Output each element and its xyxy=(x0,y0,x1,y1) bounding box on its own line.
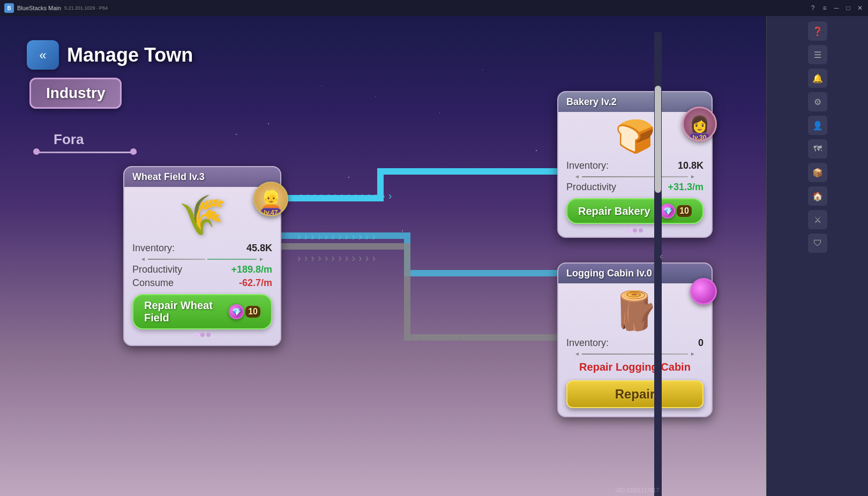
chevron-m10: › xyxy=(358,230,362,243)
sidebar-icon-9[interactable]: ⚔ xyxy=(808,210,827,229)
repair-logging-label: Repair xyxy=(615,387,655,401)
gray-chev-b9: › xyxy=(461,330,465,343)
bakery-char-face: 👩 xyxy=(690,115,709,133)
logging-card-header: Logging Cabin lv.0 xyxy=(558,264,712,283)
bakery-inv-line xyxy=(582,176,688,177)
chevron-m4: › xyxy=(318,230,321,243)
logging-gem-decoration xyxy=(690,278,717,305)
logging-inventory-bar: ◄ ► xyxy=(566,351,704,357)
productivity-label: Productivity xyxy=(132,264,182,275)
sidebar-icon-6[interactable]: 🗺 xyxy=(808,139,827,159)
gray-chev-b1: › xyxy=(407,330,411,343)
sidebar-icon-5[interactable]: 👤 xyxy=(808,116,827,135)
page-title: Manage Town xyxy=(67,44,193,66)
chevron-5: › xyxy=(327,190,331,202)
menu-button[interactable]: ≡ xyxy=(821,4,828,12)
help-button[interactable]: ? xyxy=(809,4,817,12)
sidebar-icon-10[interactable]: 🛡 xyxy=(808,234,827,253)
app-logo: B xyxy=(4,3,14,13)
page-title-area: « Manage Town xyxy=(27,40,193,70)
repair-bakery-label: Repair Bakery xyxy=(578,205,650,217)
logging-inv-arrow-left: ◄ xyxy=(574,351,580,357)
bakery-character-avatar[interactable]: 👩 lv.30 xyxy=(682,107,717,141)
character-face-icon: 👱 xyxy=(260,189,282,209)
bakery-inventory-label: Inventory: xyxy=(566,160,609,171)
bakery-productivity-value: +31.3/m xyxy=(668,182,704,193)
minimize-button[interactable]: ─ xyxy=(833,4,840,12)
bakery-card-body: 👩 lv.30 🍞 Inventory: 10.8K ◄ ► Productiv… xyxy=(558,112,712,232)
right-sidebar: ❓ ☰ 🔔 ⚙ 👤 🗺 📦 🏠 ⚔ 🛡 xyxy=(766,16,868,496)
sidebar-icon-2[interactable]: ☰ xyxy=(808,45,827,64)
consume-row: Consume -62.7/m xyxy=(132,277,272,289)
gray-chev-b6: › xyxy=(441,330,445,343)
repair-dots xyxy=(124,333,280,337)
gray-chev-9: › xyxy=(351,252,355,264)
wheat-stats: Inventory: 45.8K ◄ ► Productivity +189.8… xyxy=(124,243,280,289)
maximize-button[interactable]: □ xyxy=(844,4,852,12)
logging-stats: Inventory: 0 ◄ ► xyxy=(558,337,712,357)
chevron-13: › xyxy=(381,190,385,202)
sidebar-icon-8[interactable]: 🏠 xyxy=(808,186,827,206)
repair-wheat-button[interactable]: Repair Wheat Field 💎 10 xyxy=(132,294,272,329)
bakery-inv-arrow-right: ► xyxy=(690,174,695,179)
repair-logging-button[interactable]: Repair xyxy=(566,380,704,408)
chevron-10: › xyxy=(361,190,365,202)
gray-chev-8: › xyxy=(345,252,349,264)
industry-tab-label: Industry xyxy=(46,85,105,101)
consume-label: Consume xyxy=(132,277,174,289)
bakery-productivity-row: Productivity +31.3/m xyxy=(566,182,704,193)
back-button[interactable]: « xyxy=(27,40,59,70)
wheat-card-body: 👱 lv.47 🌾 Inventory: 45.8K ◄ ► Produc xyxy=(124,187,280,337)
repair-wheat-gem-badge: 💎 10 xyxy=(229,304,260,319)
inv-arrow-right: ► xyxy=(259,256,264,262)
bakery-stats: Inventory: 10.8K ◄ ► Productivity +31.3/… xyxy=(558,160,712,193)
chevron-7: › xyxy=(341,190,345,202)
wheat-character-avatar[interactable]: 👱 lv.47 xyxy=(253,182,288,216)
dot-1 xyxy=(194,333,199,337)
bakery-dot-2 xyxy=(633,228,637,232)
gray-chev-12: › xyxy=(372,252,376,264)
chevron-4: › xyxy=(320,190,324,202)
gray-chev-2: › xyxy=(304,252,308,264)
chevron-m2: › xyxy=(304,230,308,243)
chevron-m7: › xyxy=(338,230,342,243)
sidebar-icon-4[interactable]: ⚙ xyxy=(808,92,827,111)
window-controls: ? ≡ ─ □ ✕ xyxy=(809,4,864,12)
sidebar-icon-3[interactable]: 🔔 xyxy=(808,69,827,88)
gray-chev-6: › xyxy=(331,252,335,264)
app-name: BlueStacks Main xyxy=(17,5,61,11)
logging-inventory-value: 0 xyxy=(698,337,704,349)
consume-value: -62.7/m xyxy=(239,277,272,289)
industry-tab[interactable]: Industry xyxy=(29,78,122,109)
logging-inv-arrow-right: ► xyxy=(690,351,695,357)
chevron-11: › xyxy=(368,190,372,202)
logging-icon-area: 🪵 xyxy=(558,283,712,335)
sidebar-icon-7[interactable]: 📦 xyxy=(808,163,827,182)
chevron-9: › xyxy=(354,190,358,202)
titlebar: B BlueStacks Main 5.21.201.1029 · P64 ? … xyxy=(0,0,868,16)
chevron-2: › xyxy=(307,190,311,202)
close-button[interactable]: ✕ xyxy=(856,4,864,12)
gray-chev-7: › xyxy=(338,252,342,264)
chevron-m9: › xyxy=(351,230,355,243)
chevron-m6: › xyxy=(331,230,335,243)
gray-chev-5: › xyxy=(325,252,328,264)
sidebar-icon-1[interactable]: ❓ xyxy=(808,21,827,41)
scroll-track xyxy=(654,32,662,496)
chevron-m11: › xyxy=(365,230,369,243)
bread-icon: 🍞 xyxy=(615,117,655,155)
expand-arrow[interactable]: ‹ xyxy=(660,251,663,262)
gray-chev-b5: › xyxy=(435,330,438,343)
fora-label: Fora xyxy=(54,131,84,148)
bakery-dot-3 xyxy=(639,228,643,232)
chevron-3: › xyxy=(313,190,317,202)
scroll-thumb[interactable] xyxy=(655,86,661,193)
blue-chevrons-top: › › › › › › › › › › › › › › xyxy=(300,190,392,202)
bakery-gem-icon: 💎 xyxy=(660,204,675,219)
repair-bakery-button[interactable]: Repair Bakery 💎 10 xyxy=(566,198,704,224)
logs-icon: 🪵 xyxy=(612,289,659,333)
back-arrow-icon: « xyxy=(39,48,46,63)
bakery-dot-1 xyxy=(627,228,631,232)
bakery-repair-dots xyxy=(558,228,712,232)
chevron-m3: › xyxy=(311,230,315,243)
